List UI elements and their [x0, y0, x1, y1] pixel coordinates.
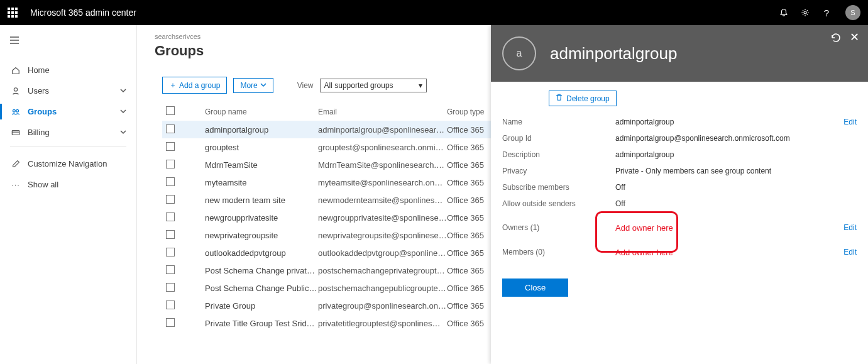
row-group-name: Post Schema Change Public Group …	[192, 284, 318, 293]
table-row[interactable]: newprivategroupsitenewprivategroupsite@s…	[162, 226, 514, 244]
settings-icon[interactable]	[800, 8, 810, 18]
close-button[interactable]: Close	[502, 279, 568, 297]
table-row[interactable]: Private Groupprivategroup@sponlinesearch…	[162, 297, 514, 314]
field-value-privacy: Private - Only members can see group con…	[615, 167, 857, 175]
table-row[interactable]: newgroupprivatesitenewgroupprivatesite@s…	[162, 209, 514, 226]
groups-table: Group name Email Group type adminportalg…	[162, 102, 514, 332]
field-label-owners: Owners (1)	[502, 223, 615, 232]
table-row[interactable]: Post Schema Change private Group…postsch…	[162, 262, 514, 279]
table-row[interactable]: MdrnTeamSiteMdrnTeamSite@sponlinesearch.…	[162, 156, 514, 174]
edit-name-link[interactable]: Edit	[843, 118, 857, 126]
sidebar-item-groups[interactable]: Groups	[0, 101, 136, 122]
chevron-down-icon	[120, 128, 126, 137]
app-launcher-icon[interactable]	[8, 8, 18, 18]
nav-collapse-icon[interactable]	[0, 33, 136, 50]
svg-point-13	[14, 87, 17, 91]
row-email: newmodernteamsite@sponlinesearc…	[318, 196, 447, 205]
row-checkbox[interactable]	[166, 160, 175, 168]
table-row[interactable]: myteamsitemyteamsite@sponlinesearch.onmi…	[162, 174, 514, 191]
app-title: Microsoft 365 admin center	[30, 8, 779, 18]
detail-header: a adminportalgroup ✕	[491, 25, 868, 82]
row-checkbox[interactable]	[166, 230, 175, 239]
select-all-checkbox[interactable]	[166, 106, 175, 115]
sidebar-item-label: Customize Navigation	[28, 159, 107, 168]
view-dropdown[interactable]: All supported groups ▾	[320, 79, 427, 92]
svg-point-14	[13, 109, 15, 112]
row-group-name: myteamsite	[192, 178, 318, 187]
sidebar-customize-navigation[interactable]: Customize Navigation	[0, 153, 136, 174]
sidebar-show-all[interactable]: ··· Show all	[0, 174, 136, 195]
row-group-name: MdrnTeamSite	[192, 160, 318, 170]
annotation-add-member: Add owner here	[615, 248, 837, 257]
detail-group-name: adminportalgroup	[550, 44, 677, 63]
svg-rect-2	[15, 8, 18, 10]
row-checkbox[interactable]	[166, 265, 175, 274]
row-email: privatetitlegrouptest@sponlines…	[318, 319, 447, 328]
field-label-privacy: Privacy	[502, 167, 615, 175]
user-icon	[10, 87, 21, 96]
table-row[interactable]: new modern team sitenewmodernteamsite@sp…	[162, 191, 514, 209]
more-icon: ···	[10, 180, 21, 189]
help-icon[interactable]: ?	[821, 8, 832, 18]
sidebar-item-home[interactable]: Home	[0, 60, 136, 80]
table-row[interactable]: adminportalgroupadminportalgroup@sponlin…	[162, 121, 514, 138]
top-bar: Microsoft 365 admin center ? S	[0, 0, 868, 25]
row-group-name: newprivategroupsite	[192, 231, 318, 240]
sidebar-item-label: Home	[28, 65, 50, 75]
table-row[interactable]: Private Title Group Test Sridharprivatet…	[162, 314, 514, 332]
field-label-subscribe: Subscribe members	[502, 183, 615, 192]
group-avatar: a	[502, 36, 536, 70]
svg-rect-0	[8, 8, 10, 10]
refresh-icon[interactable]	[831, 33, 841, 45]
row-group-name: adminportalgroup	[192, 125, 318, 135]
row-checkbox[interactable]	[166, 283, 175, 292]
table-row[interactable]: Post Schema Change Public Group …postsch…	[162, 279, 514, 297]
delete-group-button[interactable]: Delete group	[549, 91, 617, 106]
field-label-name: Name	[502, 118, 615, 126]
row-email: newprivategroupsite@sponlinesea…	[318, 231, 447, 240]
chevron-down-icon	[260, 81, 266, 90]
view-label: View	[297, 81, 314, 90]
column-header-email[interactable]: Email	[318, 108, 447, 116]
field-label-outside: Allow outside senders	[502, 199, 615, 208]
chevron-down-icon	[120, 86, 126, 96]
sidebar-item-users[interactable]: Users	[0, 80, 136, 101]
notification-icon[interactable]	[779, 8, 789, 18]
row-checkbox[interactable]	[166, 124, 175, 133]
row-checkbox[interactable]	[166, 212, 175, 221]
field-label-members: Members (0)	[502, 248, 615, 256]
row-checkbox[interactable]	[166, 177, 175, 186]
user-avatar[interactable]: S	[845, 5, 860, 20]
more-button[interactable]: More	[233, 78, 273, 93]
edit-owners-link[interactable]: Edit	[843, 223, 857, 232]
svg-point-15	[16, 109, 19, 112]
close-icon[interactable]: ✕	[850, 33, 859, 45]
edit-members-link[interactable]: Edit	[843, 248, 857, 256]
row-checkbox[interactable]	[166, 142, 175, 151]
svg-rect-16	[12, 130, 19, 135]
table-row[interactable]: grouptestgrouptest@sponlinesearch.onmicr…	[162, 138, 514, 156]
row-checkbox[interactable]	[166, 248, 175, 256]
field-value-name: adminportalgroup	[615, 118, 837, 126]
field-value-subscribe: Off	[615, 183, 857, 192]
svg-rect-4	[11, 11, 14, 14]
field-label-description: Description	[502, 150, 615, 159]
svg-rect-3	[8, 11, 10, 14]
row-checkbox[interactable]	[166, 195, 175, 204]
field-value-groupid: adminportalgroup@sponlinesearch.onmicros…	[615, 134, 857, 143]
sidebar-item-label: Users	[28, 86, 49, 96]
home-icon	[10, 66, 21, 75]
row-group-name: Private Title Group Test Sridhar	[192, 319, 318, 328]
add-group-button[interactable]: ＋ Add a group	[162, 77, 227, 94]
field-value-description: adminportalgroup	[615, 150, 857, 159]
row-checkbox[interactable]	[166, 318, 175, 327]
row-email: MdrnTeamSite@sponlinesearch.on…	[318, 160, 447, 170]
column-header-name[interactable]: Group name	[192, 108, 318, 116]
table-row[interactable]: outlookaddedpvtgroupoutlookaddedpvtgroup…	[162, 244, 514, 262]
sidebar-item-label: Show all	[28, 180, 58, 189]
chevron-down-icon	[120, 107, 126, 116]
row-checkbox[interactable]	[166, 301, 175, 309]
sidebar-item-billing[interactable]: Billing	[0, 122, 136, 143]
group-detail-panel: a adminportalgroup ✕ Delete group Name a…	[491, 25, 868, 364]
svg-rect-7	[11, 15, 14, 18]
